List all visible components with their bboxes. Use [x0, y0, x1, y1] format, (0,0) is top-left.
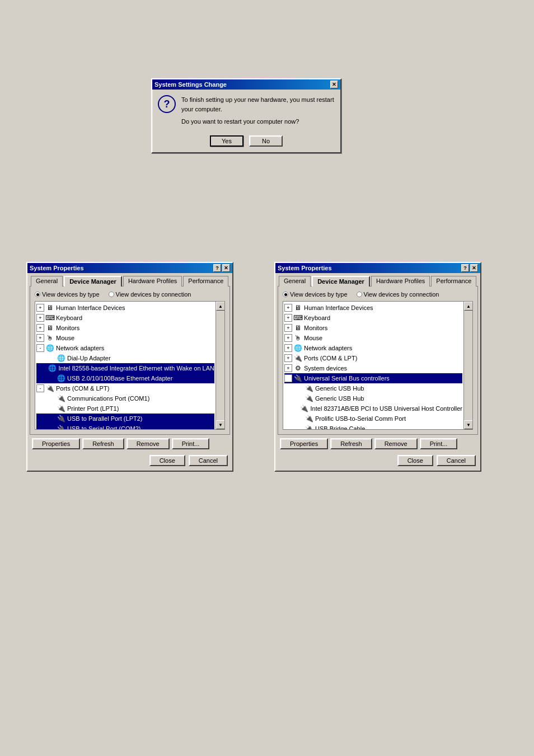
tree-item[interactable]: 🌐Intel 82558-based Integrated Ethernet w…: [36, 363, 214, 373]
device-icon: 🔌: [293, 354, 302, 363]
tree-item[interactable]: -🌐Network adapters: [36, 343, 214, 353]
radio-by-connection-left[interactable]: View devices by connection: [109, 291, 191, 298]
remove-btn-left[interactable]: Remove: [127, 438, 170, 449]
tree-item[interactable]: -🔌Universal Serial Bus controllers: [284, 373, 462, 383]
tree-item[interactable]: +⌨Keyboard: [36, 313, 214, 323]
refresh-btn-left[interactable]: Refresh: [82, 438, 124, 449]
no-button[interactable]: No: [249, 135, 283, 147]
device-label: Mouse: [56, 335, 74, 341]
bottom-btns-left: Properties Refresh Remove Print...: [27, 435, 232, 453]
properties-btn-right[interactable]: Properties: [280, 438, 328, 449]
tab-device-manager-left[interactable]: Device Manager: [64, 276, 122, 287]
tab-performance-left[interactable]: Performance: [183, 276, 228, 287]
device-label: Generic USB Hub: [315, 385, 364, 392]
tree-item[interactable]: +⚙System devices: [284, 363, 462, 373]
yes-button[interactable]: Yes: [210, 135, 243, 147]
dialog-buttons: Yes No: [152, 132, 340, 152]
remove-btn-right[interactable]: Remove: [374, 438, 418, 449]
expand-icon[interactable]: +: [284, 364, 292, 372]
tree-scrollbar-left: ▲ ▼: [216, 302, 224, 429]
device-label: Prolific USB-to-Serial Comm Port: [315, 415, 406, 422]
scroll-up-left[interactable]: ▲: [216, 302, 225, 311]
expand-icon[interactable]: +: [36, 334, 44, 342]
device-icon: 🌐: [48, 364, 57, 373]
expand-icon[interactable]: +: [284, 344, 292, 352]
tree-item[interactable]: +🖱Mouse: [284, 333, 462, 343]
radio-by-type-left[interactable]: View devices by type: [35, 291, 100, 298]
tree-item[interactable]: +🌐Network adapters: [284, 343, 462, 353]
refresh-btn-right[interactable]: Refresh: [330, 438, 372, 449]
scroll-down-left[interactable]: ▼: [216, 420, 225, 429]
tree-item[interactable]: +🖥Monitors: [284, 323, 462, 333]
tree-item[interactable]: +⌨Keyboard: [284, 313, 462, 323]
radio-by-type-right[interactable]: View devices by type: [283, 291, 348, 298]
tab-general-right[interactable]: General: [279, 276, 311, 287]
radio-by-connection-indicator-left: [109, 292, 114, 297]
expand-icon[interactable]: +: [284, 314, 292, 322]
cancel-btn-left[interactable]: Cancel: [189, 455, 228, 466]
close-btn-right[interactable]: Close: [397, 455, 433, 466]
expand-icon[interactable]: +: [284, 324, 292, 332]
tab-general-left[interactable]: General: [31, 276, 63, 287]
tree-item[interactable]: +🖱Mouse: [36, 333, 214, 343]
tab-device-manager-right[interactable]: Device Manager: [312, 276, 370, 287]
device-icon: 🔌: [57, 424, 65, 429]
tab-hardware-profiles-left[interactable]: Hardware Profiles: [123, 276, 182, 287]
tree-item[interactable]: 🔌Generic USB Hub: [284, 383, 462, 393]
tabs-bar-right: General Device Manager Hardware Profiles…: [275, 273, 480, 286]
tree-item[interactable]: +🔌Ports (COM & LPT): [284, 353, 462, 363]
expand-icon[interactable]: +: [284, 354, 292, 362]
device-icon: 🖥: [293, 303, 302, 312]
tree-item[interactable]: 🔌Printer Port (LPT1): [36, 403, 214, 414]
tree-item[interactable]: +🖥Human Interface Devices: [284, 303, 462, 313]
scroll-up-right[interactable]: ▲: [464, 302, 473, 311]
device-icon: 🖥: [45, 323, 54, 332]
tree-item[interactable]: 🔌Generic USB Hub: [284, 393, 462, 403]
device-icon: ⌨: [45, 313, 54, 322]
device-icon: 🖱: [45, 334, 54, 342]
cancel-btn-right[interactable]: Cancel: [437, 455, 476, 466]
print-btn-left[interactable]: Print...: [172, 438, 210, 449]
tree-item[interactable]: +🖥Monitors: [36, 323, 214, 333]
device-label: USB to Parallel Port (LPT2): [67, 415, 143, 422]
tab-performance-right[interactable]: Performance: [431, 276, 476, 287]
expand-icon[interactable]: +: [36, 314, 44, 322]
close-btn-left[interactable]: Close: [149, 455, 185, 466]
device-label: Network adapters: [304, 345, 352, 351]
sys-props-right-close-button[interactable]: ✕: [470, 264, 478, 272]
tab-hardware-profiles-right[interactable]: Hardware Profiles: [371, 276, 430, 287]
tree-item[interactable]: 🌐Dial-Up Adapter: [36, 353, 214, 363]
expand-icon[interactable]: +: [36, 304, 44, 312]
device-label: Generic USB Hub: [315, 395, 364, 402]
radio-by-connection-right[interactable]: View devices by connection: [357, 291, 439, 298]
collapse-icon[interactable]: -: [284, 374, 292, 382]
tree-item[interactable]: 🔌Intel 82371AB/EB PCI to USB Universal H…: [284, 403, 462, 414]
tree-item[interactable]: -🔌Ports (COM & LPT): [36, 383, 214, 393]
dialog-close-button[interactable]: ✕: [330, 81, 338, 88]
sys-props-right-help-button[interactable]: ?: [461, 264, 469, 272]
device-icon: 🔌: [57, 414, 65, 423]
expand-icon[interactable]: +: [36, 324, 44, 332]
collapse-icon[interactable]: -: [36, 344, 44, 352]
tree-item[interactable]: 🔌Communications Port (COM1): [36, 393, 214, 403]
sys-props-left-close-button[interactable]: ✕: [222, 264, 230, 272]
tree-item[interactable]: 🔌USB to Parallel Port (LPT2): [36, 414, 214, 424]
tree-item[interactable]: 🔌USB Bridge Cable: [284, 424, 462, 429]
tree-item[interactable]: 🔌Prolific USB-to-Serial Comm Port: [284, 414, 462, 424]
tree-item[interactable]: +🖥Human Interface Devices: [36, 303, 214, 313]
expand-icon[interactable]: +: [284, 334, 292, 342]
tree-item[interactable]: 🌐USB 2.0/10/100Base Ethernet Adapter: [36, 373, 214, 383]
collapse-icon[interactable]: -: [36, 384, 44, 392]
print-btn-right[interactable]: Print...: [420, 438, 458, 449]
radio-by-type-indicator-right: [283, 292, 288, 297]
device-label: Universal Serial Bus controllers: [304, 375, 390, 382]
bottom-btns-right: Properties Refresh Remove Print...: [275, 435, 480, 453]
scroll-down-right[interactable]: ▼: [464, 420, 473, 429]
properties-btn-left[interactable]: Properties: [32, 438, 80, 449]
expand-icon[interactable]: +: [284, 304, 292, 312]
device-icon: 🔌: [305, 414, 313, 423]
sys-props-left-help-button[interactable]: ?: [213, 264, 221, 272]
device-icon: 🔌: [45, 384, 54, 393]
tree-item[interactable]: 🔌USB to Serial Port (COM2): [36, 424, 214, 429]
dialog-body: ? To finish setting up your new hardware…: [152, 90, 340, 132]
